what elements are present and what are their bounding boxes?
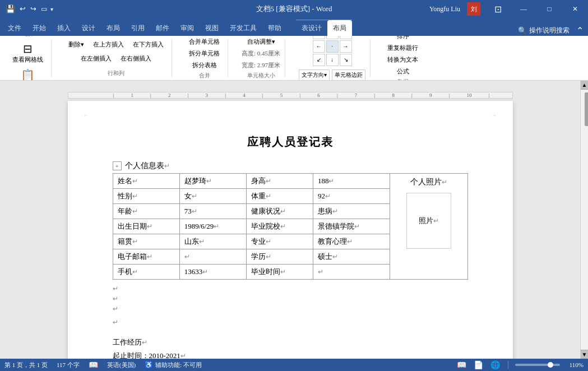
tab-references[interactable]: 引用 (126, 20, 150, 36)
repeat-header-button[interactable]: 重复标题行 (384, 43, 422, 53)
sort-button[interactable]: 排序 (393, 36, 413, 41)
maximize-button[interactable]: □ (536, 0, 562, 18)
close-button[interactable]: ✕ (562, 0, 588, 18)
cell-major-label[interactable]: 专业↵ (246, 234, 313, 249)
zoom-level[interactable]: 110% (564, 361, 584, 368)
scroll-down-button[interactable]: ▼ (581, 350, 589, 359)
cell-health-value[interactable]: 患病↵ (313, 204, 390, 219)
ribbon-group-merge: 合并单元格 拆分单元格 拆分表格 合并 (181, 39, 228, 77)
collapse-ribbon-icon[interactable]: ⌃ (576, 25, 584, 36)
cell-height-label[interactable]: 身高↵ (246, 174, 313, 189)
window-title: 文档5 [兼容模式] - Word (256, 4, 332, 14)
convert-button[interactable]: 转换为文本 (384, 54, 422, 65)
cell-margins-button[interactable]: 单元格边距 (332, 69, 365, 81)
tab-developer[interactable]: 开发工具 (224, 20, 262, 36)
cell-phone-label[interactable]: 手机↵ (113, 265, 179, 280)
expand-button[interactable]: + (113, 161, 122, 170)
cell-health-label[interactable]: 健康状况↵ (246, 204, 313, 219)
para-line-1: ↵ (113, 284, 468, 293)
tab-table-layout[interactable]: 布局 (327, 20, 352, 36)
align-ml[interactable]: ← (313, 40, 325, 53)
tab-view[interactable]: 视图 (200, 20, 224, 36)
dropdown-icon[interactable]: ▾ (50, 6, 53, 12)
tab-layout[interactable]: 布局 (101, 20, 126, 36)
cell-weight-label[interactable]: 体重↵ (246, 189, 313, 204)
align-mc[interactable]: · (326, 40, 339, 53)
web-layout-button[interactable]: 🌐 (489, 360, 501, 369)
restore-icon[interactable]: ▭ (40, 4, 48, 15)
align-bc[interactable]: ↓ (326, 54, 339, 66)
print-layout-button[interactable]: 📄 (472, 360, 484, 369)
photo-cell[interactable]: 个人照片↵ 照片↵ (390, 174, 467, 280)
insert-right-button[interactable]: 在右侧插入 (117, 53, 155, 64)
status-bar: 第 1 页，共 1 页 117 个字 📖 英语(美国) ♿ 辅助功能: 不可用 … (0, 359, 588, 371)
cell-age-label[interactable]: 年龄↵ (113, 204, 179, 219)
zoom-thumb[interactable] (548, 362, 553, 368)
align-br[interactable]: ↘ (340, 54, 352, 66)
tab-home[interactable]: 开始 (27, 20, 52, 36)
autofit-button[interactable]: 自动调整▾ (244, 36, 279, 47)
insert-below-button[interactable]: 在下方插入 (129, 39, 167, 50)
properties-button[interactable]: 📋 属性 (17, 67, 38, 81)
cell-gradyear-label[interactable]: 毕业时间↵ (246, 265, 313, 280)
cell-age-value[interactable]: 73↵ (179, 204, 246, 219)
align-tl[interactable]: ↖ (313, 36, 325, 39)
cell-weight-value[interactable]: 92↵ (313, 189, 390, 204)
read-view-button[interactable]: 📖 (455, 360, 467, 369)
tab-review[interactable]: 审阅 (175, 20, 200, 36)
cell-hometown-label[interactable]: 籍贯↵ (113, 234, 179, 249)
cell-email-value[interactable]: ↵ (179, 249, 246, 265)
search-label[interactable]: 操作说明搜索 (529, 26, 570, 35)
cell-email-label[interactable]: 电子邮箱↵ (113, 249, 179, 265)
scroll-thumb[interactable] (585, 92, 589, 126)
tab-mailings[interactable]: 邮件 (150, 20, 175, 36)
cell-school-label[interactable]: 毕业院校↵ (246, 219, 313, 234)
select-button[interactable]: ⊞ 选择 (18, 36, 38, 40)
align-mr[interactable]: → (340, 40, 352, 53)
vertical-scrollbar[interactable]: ▲ ▼ (580, 81, 588, 359)
align-tr[interactable]: ↗ (340, 36, 352, 39)
cell-phone-value[interactable]: 13633↵ (179, 265, 246, 280)
gridlines-button[interactable]: ⊟ 查看网格线 (9, 41, 47, 66)
undo-icon[interactable]: ↩ (18, 3, 27, 15)
tab-insert[interactable]: 插入 (52, 20, 76, 36)
cell-school-value[interactable]: 景德镇学院↵ (313, 219, 390, 234)
table-row: 姓名↵ 赵梦琦↵ 身高↵ 188↵ 个人照片↵ 照片↵ (113, 174, 467, 189)
save-icon[interactable]: 💾 (4, 3, 16, 15)
align-tc[interactable]: ↑ (326, 36, 339, 39)
cell-edu-value[interactable]: 硕士↵ (313, 249, 390, 265)
cell-hometown-value[interactable]: 山东↵ (179, 234, 246, 249)
tab-help[interactable]: 帮助 (262, 20, 287, 36)
tab-file[interactable]: 文件 (2, 20, 27, 36)
tab-table-design[interactable]: 表设计 (296, 20, 327, 36)
scroll-up-button[interactable]: ▲ (581, 81, 589, 90)
cell-birthdate-label[interactable]: 出生日期↵ (113, 219, 179, 234)
document-area[interactable]: |1|2|3|4|5|6|7|8|9|10| ⌐ ¬ 应聘人员登记表 + 个人信… (0, 81, 580, 359)
zoom-slider[interactable] (515, 364, 560, 366)
spell-check-icon[interactable]: 📖 (89, 360, 98, 370)
cell-gender-label[interactable]: 性别↵ (113, 189, 179, 204)
insert-above-button[interactable]: 在上方插入 (90, 39, 127, 50)
cell-height-value[interactable]: 188↵ (313, 174, 390, 189)
accessibility-icon[interactable]: ♿ 辅助功能: 不可用 (145, 361, 202, 369)
cell-name-value[interactable]: 赵梦琦↵ (179, 174, 246, 189)
split-cells-button[interactable]: 拆分单元格 (186, 48, 223, 59)
cell-edu-label[interactable]: 学历↵ (246, 249, 313, 265)
cell-gender-value[interactable]: 女↵ (179, 189, 246, 204)
insert-left-button[interactable]: 在左侧插入 (77, 53, 115, 64)
cell-major-value[interactable]: 教育心理↵ (313, 234, 390, 249)
formula-button[interactable]: 公式 (393, 66, 413, 77)
redo-icon[interactable]: ↪ (29, 3, 38, 15)
cell-name-label[interactable]: 姓名↵ (113, 174, 179, 189)
cell-birthdate-value[interactable]: 1989/6/29↵ (179, 219, 246, 234)
delete-button[interactable]: 删除▾ (65, 39, 87, 50)
text-direction-button[interactable]: 文字方向▾ (299, 69, 330, 81)
language[interactable]: 英语(美国) (107, 361, 136, 369)
help-button[interactable]: ⊡ (485, 0, 511, 18)
split-table-button[interactable]: 拆分表格 (189, 60, 220, 71)
align-bl[interactable]: ↙ (313, 54, 325, 66)
cell-gradyear-value[interactable]: ↵ (313, 265, 390, 280)
minimize-button[interactable]: — (511, 0, 536, 18)
tab-design[interactable]: 设计 (76, 20, 101, 36)
merge-cells-button[interactable]: 合并单元格 (186, 36, 223, 47)
